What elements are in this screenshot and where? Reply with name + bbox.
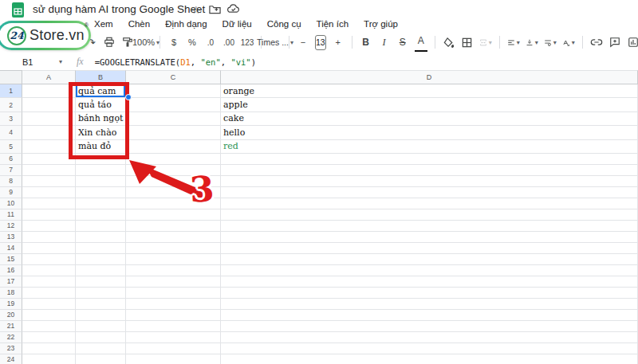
increase-font-size-button[interactable]: + <box>332 34 345 50</box>
cell-D9[interactable] <box>221 187 638 198</box>
cell-D2[interactable]: apple <box>221 98 638 112</box>
cell-A9[interactable] <box>22 187 76 198</box>
column-header-C[interactable]: C <box>126 70 221 84</box>
cell-D20[interactable] <box>221 310 638 321</box>
cell-D22[interactable] <box>221 332 638 343</box>
bold-button[interactable]: B <box>360 34 372 50</box>
strikethrough-button[interactable]: S <box>396 34 409 50</box>
cell-B22[interactable] <box>76 332 126 343</box>
cell-A21[interactable] <box>22 321 76 332</box>
row-header-1[interactable]: 1 <box>0 84 22 98</box>
menu-du-lieu[interactable]: Dữ liệu <box>223 19 252 29</box>
insert-link-icon[interactable] <box>590 34 603 50</box>
cell-A1[interactable] <box>22 84 76 98</box>
cell-C22[interactable] <box>126 332 221 343</box>
menu-tien-ich[interactable]: Tiện ích <box>317 19 349 29</box>
cell-A20[interactable] <box>22 310 76 321</box>
cell-D11[interactable] <box>221 209 638 221</box>
print-icon[interactable] <box>103 34 116 50</box>
row-header-2[interactable]: 2 <box>0 98 22 112</box>
zoom-select[interactable]: 100%▾ <box>140 34 152 50</box>
cell-D21[interactable] <box>221 321 638 332</box>
cell-B24[interactable] <box>76 354 126 364</box>
cell-A24[interactable] <box>22 354 76 364</box>
cell-D18[interactable] <box>221 288 638 299</box>
cell-A4[interactable] <box>22 126 76 139</box>
row-header-7[interactable]: 7 <box>0 165 22 176</box>
row-header-22[interactable]: 22 <box>0 332 22 343</box>
font-family-select[interactable]: Times ...▾ <box>269 34 282 50</box>
row-header-19[interactable]: 19 <box>0 299 22 310</box>
cell-D10[interactable] <box>221 198 638 209</box>
cell-B18[interactable] <box>76 288 126 299</box>
cell-A23[interactable] <box>22 343 76 354</box>
cell-A5[interactable] <box>22 140 76 154</box>
cell-A2[interactable] <box>22 98 76 112</box>
cell-B13[interactable] <box>76 232 126 243</box>
cell-C19[interactable] <box>126 299 221 310</box>
cell-D24[interactable] <box>221 354 638 364</box>
row-header-10[interactable]: 10 <box>0 198 22 209</box>
row-header-18[interactable]: 18 <box>0 288 22 299</box>
cell-B12[interactable] <box>76 221 126 232</box>
cell-D12[interactable] <box>221 221 638 232</box>
cell-C2[interactable] <box>126 98 221 112</box>
insert-comment-icon[interactable] <box>608 34 621 50</box>
cell-B11[interactable] <box>76 209 126 221</box>
cell-D1[interactable]: orange <box>221 84 638 98</box>
cell-C11[interactable] <box>126 209 221 221</box>
cell-A15[interactable] <box>22 254 76 265</box>
merge-cells-icon[interactable]: ▾ <box>479 34 492 50</box>
cell-A10[interactable] <box>22 198 76 209</box>
text-color-button[interactable]: A <box>415 33 427 52</box>
cell-B21[interactable] <box>76 321 126 332</box>
row-header-5[interactable]: 5 <box>0 140 22 154</box>
italic-button[interactable]: I <box>378 34 391 50</box>
row-header-6[interactable]: 6 <box>0 154 22 165</box>
cell-D4[interactable]: hello <box>221 126 638 139</box>
row-header-16[interactable]: 16 <box>0 265 22 276</box>
column-header-A[interactable]: A <box>22 70 76 84</box>
number-format-button[interactable]: 123 <box>241 34 254 50</box>
cell-C24[interactable] <box>126 354 221 364</box>
cell-D3[interactable]: cake <box>221 112 638 126</box>
cell-D5[interactable]: red <box>221 140 638 154</box>
cell-C17[interactable] <box>126 276 221 288</box>
borders-icon[interactable] <box>461 34 474 50</box>
cell-D13[interactable] <box>221 232 638 243</box>
vertical-align-icon[interactable]: ▾ <box>526 34 538 50</box>
font-size-input[interactable]: 13 <box>315 35 326 50</box>
row-header-20[interactable]: 20 <box>0 310 22 321</box>
cell-B15[interactable] <box>76 254 126 265</box>
cell-A14[interactable] <box>22 243 76 254</box>
cell-C15[interactable] <box>126 254 221 265</box>
row-header-17[interactable]: 17 <box>0 276 22 288</box>
cell-A16[interactable] <box>22 265 76 276</box>
text-rotation-icon[interactable]: ▾ <box>562 34 575 50</box>
row-header-12[interactable]: 12 <box>0 221 22 232</box>
cell-D19[interactable] <box>221 299 638 310</box>
cell-A3[interactable] <box>22 112 76 126</box>
fill-color-icon[interactable] <box>443 34 455 50</box>
decrease-font-size-button[interactable]: − <box>297 34 309 50</box>
row-header-3[interactable]: 3 <box>0 112 22 126</box>
menu-cong-cu[interactable]: Công cụ <box>267 19 301 29</box>
document-title[interactable]: sử dụng hàm AI trong Google Sheet <box>33 3 205 15</box>
cell-A22[interactable] <box>22 332 76 343</box>
cell-C13[interactable] <box>126 232 221 243</box>
cell-A12[interactable] <box>22 221 76 232</box>
menu-xem[interactable]: Xem <box>94 19 113 29</box>
format-currency-button[interactable]: $ <box>167 34 180 50</box>
cell-B14[interactable] <box>76 243 126 254</box>
star-icon[interactable]: ☆ <box>191 4 201 16</box>
cell-C23[interactable] <box>126 343 221 354</box>
cell-D17[interactable] <box>221 276 638 288</box>
cell-A13[interactable] <box>22 232 76 243</box>
cell-B23[interactable] <box>76 343 126 354</box>
menu-dinh-dang[interactable]: Định dạng <box>165 19 207 29</box>
cell-A17[interactable] <box>22 276 76 288</box>
cell-D6[interactable] <box>221 154 638 165</box>
cell-B16[interactable] <box>76 265 126 276</box>
cell-A11[interactable] <box>22 209 76 221</box>
decrease-decimal-button[interactable]: .0 <box>204 34 217 50</box>
